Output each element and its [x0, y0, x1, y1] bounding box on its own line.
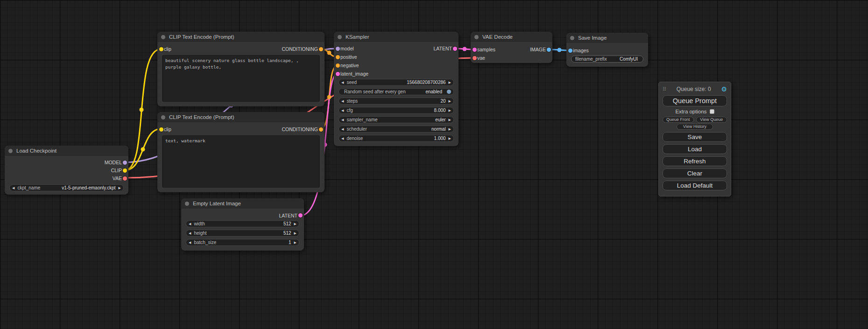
- model-output-slot[interactable]: [123, 161, 127, 165]
- right-arrow-icon[interactable]: ▶: [449, 79, 451, 85]
- left-arrow-icon[interactable]: ◀: [12, 185, 14, 191]
- left-arrow-icon[interactable]: ◀: [341, 98, 344, 104]
- vae-input-slot[interactable]: [473, 56, 477, 60]
- negative-input-slot[interactable]: [336, 63, 340, 68]
- save-button[interactable]: Save: [663, 132, 727, 142]
- latent-output-slot[interactable]: [298, 213, 303, 217]
- node-clip-text-encode-negative[interactable]: CLIP Text Encode (Prompt) clip CONDITION…: [157, 112, 325, 192]
- right-arrow-icon[interactable]: ▶: [449, 135, 451, 141]
- image-output-slot[interactable]: [547, 48, 551, 52]
- left-arrow-icon[interactable]: ◀: [341, 135, 344, 141]
- output-row-clip: CLIP: [5, 167, 128, 175]
- left-arrow-icon[interactable]: ◀: [189, 239, 191, 245]
- clip-input-slot[interactable]: [159, 127, 163, 132]
- latent-output-slot[interactable]: [453, 47, 457, 51]
- right-arrow-icon[interactable]: ▶: [294, 239, 296, 245]
- collapse-dot-icon[interactable]: [185, 202, 189, 206]
- right-arrow-icon[interactable]: ▶: [449, 107, 451, 113]
- node-title: CLIP Text Encode (Prompt): [169, 34, 234, 40]
- widget-value: euler: [435, 117, 445, 122]
- widget-name: steps: [346, 98, 358, 104]
- filename-prefix-widget[interactable]: filename_prefix ComfyUI: [571, 56, 643, 63]
- node-title-bar[interactable]: Empty Latent Image: [181, 198, 304, 209]
- node-title-bar[interactable]: VAE Decode: [471, 32, 552, 42]
- node-title-bar[interactable]: CLIP Text Encode (Prompt): [157, 112, 325, 122]
- collapse-dot-icon[interactable]: [161, 35, 165, 39]
- right-arrow-icon[interactable]: ▶: [294, 230, 296, 236]
- ckpt-name-widget[interactable]: ◀ ckpt_name v1-5-pruned-emaonly.ckpt ▶: [9, 184, 124, 191]
- widget-value: ComfyUI: [620, 56, 638, 62]
- left-arrow-icon[interactable]: ◀: [341, 126, 344, 132]
- node-title-bar[interactable]: Load Checkpoint: [5, 146, 128, 156]
- scheduler-widget[interactable]: ◀ scheduler normal ▶: [339, 126, 454, 133]
- node-ksampler[interactable]: KSampler model LATENT positive negative …: [334, 32, 459, 146]
- latent-image-input-slot[interactable]: [336, 72, 340, 76]
- vae-output-slot[interactable]: [123, 176, 127, 181]
- node-clip-text-encode-positive[interactable]: CLIP Text Encode (Prompt) clip CONDITION…: [157, 32, 325, 106]
- load-button[interactable]: Load: [663, 144, 727, 154]
- node-vae-decode[interactable]: VAE Decode samples IMAGE vae: [471, 32, 552, 63]
- sampler-name-widget[interactable]: ◀ sampler_name euler ▶: [339, 116, 454, 123]
- collapse-dot-icon[interactable]: [8, 149, 13, 153]
- slot-row: positive: [334, 53, 459, 61]
- output-label: CLIP: [111, 168, 122, 173]
- left-arrow-icon[interactable]: ◀: [189, 230, 191, 236]
- denoise-widget[interactable]: ◀ denoise 1.000 ▶: [339, 135, 454, 142]
- collapse-dot-icon[interactable]: [570, 36, 574, 40]
- width-widget[interactable]: ◀ width 512 ▶: [186, 220, 299, 227]
- clear-button[interactable]: Clear: [663, 168, 727, 178]
- node-title-bar[interactable]: KSampler: [334, 32, 459, 42]
- settings-gear-icon[interactable]: ⚙: [721, 86, 727, 92]
- right-arrow-icon[interactable]: ▶: [119, 185, 121, 191]
- conditioning-output-slot[interactable]: [319, 47, 323, 51]
- queue-size-label: Queue size: 0: [666, 86, 721, 92]
- extra-options-checkbox[interactable]: [710, 109, 714, 114]
- view-history-button[interactable]: View History: [677, 124, 713, 130]
- negative-prompt-textarea[interactable]: text, watermark: [162, 135, 320, 188]
- left-arrow-icon[interactable]: ◀: [341, 79, 344, 85]
- conditioning-output-slot[interactable]: [319, 127, 323, 132]
- refresh-button[interactable]: Refresh: [663, 156, 727, 166]
- right-arrow-icon[interactable]: ▶: [449, 126, 451, 132]
- positive-input-slot[interactable]: [336, 55, 340, 59]
- height-widget[interactable]: ◀ height 512 ▶: [186, 230, 299, 237]
- wire-midpoint-dot: [327, 95, 332, 99]
- node-empty-latent-image[interactable]: Empty Latent Image LATENT ◀ width 512 ▶ …: [181, 198, 304, 251]
- toggle-dot-icon[interactable]: [447, 90, 451, 94]
- node-save-image[interactable]: Save Image images filename_prefix ComfyU…: [566, 33, 648, 67]
- queue-front-button[interactable]: Queue Front: [663, 117, 694, 123]
- load-default-button[interactable]: Load Default: [663, 181, 727, 190]
- clip-input-slot[interactable]: [159, 47, 163, 51]
- output-label: LATENT: [279, 213, 297, 218]
- node-title-bar[interactable]: Save Image: [566, 33, 648, 43]
- random-seed-toggle-widget[interactable]: Random seed after every gen enabled: [339, 88, 454, 95]
- cfg-widget[interactable]: ◀ cfg 8.000 ▶: [339, 107, 454, 114]
- left-arrow-icon[interactable]: ◀: [341, 117, 344, 123]
- extra-options-label: Extra options: [675, 109, 706, 114]
- seed-widget[interactable]: ◀ seed 156680208700286 ▶: [339, 79, 454, 86]
- collapse-dot-icon[interactable]: [338, 35, 342, 39]
- positive-prompt-textarea[interactable]: beautiful scenery nature glass bottle la…: [162, 55, 320, 102]
- menu-header: ⠿ Queue size: 0 ⚙: [663, 84, 727, 94]
- menu-drag-handle-icon[interactable]: ⠿: [663, 86, 666, 92]
- images-input-slot[interactable]: [568, 49, 572, 53]
- right-arrow-icon[interactable]: ▶: [449, 117, 451, 123]
- steps-widget[interactable]: ◀ steps 20 ▶: [339, 98, 454, 105]
- view-queue-button[interactable]: View Queue: [696, 117, 727, 123]
- collapse-dot-icon[interactable]: [474, 35, 479, 39]
- graph-canvas[interactable]: Load Checkpoint MODEL CLIP VAE ◀ ckpt_na…: [0, 0, 868, 329]
- model-input-slot[interactable]: [336, 47, 340, 51]
- clip-output-slot[interactable]: [123, 168, 127, 173]
- batch-size-widget[interactable]: ◀ batch_size 1 ▶: [186, 239, 299, 246]
- slot-row: clip CONDITIONING: [157, 125, 325, 133]
- node-title-bar[interactable]: CLIP Text Encode (Prompt): [157, 32, 325, 42]
- samples-input-slot[interactable]: [473, 48, 477, 52]
- queue-prompt-button[interactable]: Queue Prompt: [663, 95, 727, 106]
- left-arrow-icon[interactable]: ◀: [189, 221, 191, 227]
- left-arrow-icon[interactable]: ◀: [341, 107, 344, 113]
- collapse-dot-icon[interactable]: [161, 115, 165, 119]
- right-arrow-icon[interactable]: ▶: [294, 221, 296, 227]
- widget-name: seed: [346, 80, 357, 85]
- node-load-checkpoint[interactable]: Load Checkpoint MODEL CLIP VAE ◀ ckpt_na…: [5, 146, 128, 195]
- right-arrow-icon[interactable]: ▶: [449, 98, 451, 104]
